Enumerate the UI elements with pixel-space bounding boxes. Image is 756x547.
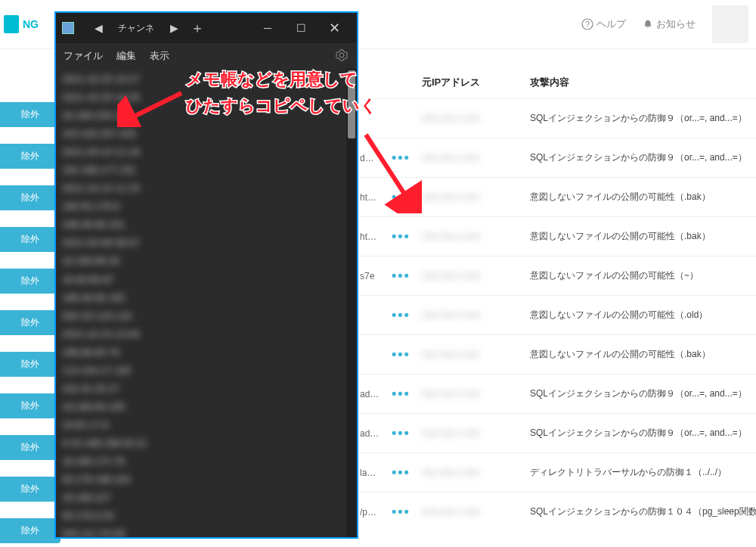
exclude-button[interactable]: 除外 — [0, 352, 60, 377]
editor-line: 18.62.17.8 — [62, 416, 351, 434]
table-row[interactable]: /p…•••000.000.0.000SQLインジェクションからの防御１０４（p… — [360, 492, 756, 531]
table-row[interactable]: d…•••000.000.0.000SQLインジェクションからの防御９（or..… — [360, 138, 756, 177]
editor-content[interactable]: 2021-10-25 14:272021-10-25 14:2518.168.2… — [56, 69, 357, 537]
attack-cell: SQLインジェクションからの防御９（or...=, and...=） — [530, 387, 756, 400]
ip-cell: 000.000.0.000 — [422, 113, 530, 124]
editor-line: 50.178.186.243 — [62, 471, 351, 489]
editor-line: 2021-03-14 11:18 — [62, 143, 351, 161]
attack-cell: 意図しないファイルの公開の可能性（.bak） — [530, 348, 756, 361]
editor-line: 500-18 170.85 — [62, 525, 351, 537]
ip-cell: 000.000.0.000 — [422, 468, 530, 478]
maximize-button[interactable]: ☐ — [284, 13, 318, 43]
url-cell: ad… — [360, 428, 392, 439]
editor-line: 198.68.85.78 — [62, 343, 351, 362]
titlebar[interactable]: ◀ チャンネ ▶ ＋ ─ ☐ ✕ — [56, 13, 357, 43]
scrollbar[interactable] — [346, 69, 357, 537]
table-row[interactable]: ad…•••000.000.0.000SQLインジェクションからの防御９（or.… — [360, 413, 756, 452]
editor-line: 2021-03-08 09:47 — [62, 234, 351, 252]
ip-cell: 000.000.0.000 — [422, 310, 530, 321]
editor-line: 18.168.172.76 — [62, 452, 351, 471]
tab-next-icon[interactable]: ▶ — [165, 22, 183, 34]
ip-cell: 000.000.0.000 — [422, 271, 530, 281]
row-menu-icon[interactable]: ••• — [392, 386, 422, 402]
ip-cell: 000.000.0.000 — [422, 507, 530, 517]
row-menu-icon[interactable]: ••• — [392, 504, 422, 520]
table-row[interactable]: •••000.000.0.000意図しないファイルの公開の可能性（.old） — [360, 295, 756, 334]
notice-label: お知らせ — [656, 17, 696, 31]
row-menu-icon[interactable]: ••• — [392, 465, 422, 480]
row-menu-icon[interactable]: ••• — [392, 347, 422, 362]
table-row[interactable]: la…•••000.000.0.000ディレクトリトラバーサルからの防御１（..… — [360, 452, 756, 492]
attack-cell: ディレクトリトラバーサルからの防御１（../../） — [530, 466, 756, 479]
svg-text:?: ? — [585, 20, 590, 29]
exclude-button[interactable]: 除外 — [0, 102, 60, 127]
table-row[interactable]: ad…•••000.000.0.000SQLインジェクションからの防御９（or.… — [360, 374, 756, 413]
attack-cell: 意図しないファイルの公開の可能性（.old） — [530, 309, 756, 322]
table-row[interactable]: s7e•••000.000.0.000意図しないファイルの公開の可能性（~） — [360, 256, 756, 295]
logo: NG — [0, 15, 39, 33]
ip-cell: 000.000.0.000 — [422, 350, 530, 360]
scroll-thumb[interactable] — [348, 70, 355, 138]
tab-prev-icon[interactable]: ◀ — [89, 22, 107, 34]
menu-item[interactable]: 表示 — [150, 49, 169, 63]
exclude-button[interactable]: 除外 — [0, 144, 60, 169]
new-tab-button[interactable]: ＋ — [183, 19, 212, 37]
ip-cell: 000.000.0.000 — [422, 232, 530, 242]
table-row[interactable]: ht…•••000.000.0.000意図しないファイルの公開の可能性（.bak… — [360, 216, 756, 256]
url-cell: la… — [360, 468, 392, 478]
url-cell: s7e — [360, 271, 392, 281]
exclude-button[interactable]: 除外 — [0, 310, 60, 335]
editor-line: 18.168.228.10 — [62, 107, 351, 125]
row-menu-icon[interactable]: ••• — [392, 307, 422, 323]
ip-cell: 000.000.0.000 — [422, 153, 530, 163]
editor-line: 2021-10-15 13:44 — [62, 325, 351, 343]
row-menu-icon[interactable]: ••• — [392, 150, 422, 166]
help-icon: ? — [581, 18, 593, 30]
row-menu-icon[interactable]: ••• — [392, 228, 422, 244]
gear-icon[interactable] — [336, 49, 348, 64]
user-menu[interactable] — [712, 5, 748, 43]
row-menu-icon[interactable]: ••• — [392, 189, 422, 205]
row-menu-icon[interactable]: ••• — [392, 268, 422, 284]
table-row[interactable]: ht…•••000.000.0.000意図しないファイルの公開の可能性（.bak… — [360, 177, 756, 216]
exclude-button[interactable]: 除外 — [0, 185, 60, 210]
table-row[interactable]: 000.000.0.000SQLインジェクションからの防御９（or...=, a… — [360, 98, 756, 138]
editor-line: 2021-10-25 14:25 — [62, 89, 351, 107]
editor-line: 192.168.177.231 — [62, 161, 351, 179]
editor-line: 102.42.20.27 — [62, 380, 351, 398]
sidebar-exclude-column: 除外除外除外除外除外除外除外除外除外除外除外 — [0, 102, 60, 543]
help-link[interactable]: ? ヘルプ — [581, 17, 626, 31]
close-button[interactable]: ✕ — [318, 13, 351, 43]
editor-line: 114.154.17.145 — [62, 362, 351, 380]
attack-log-table: 元IPアドレス 攻撃内容 000.000.0.000SQLインジェクションからの… — [360, 76, 756, 547]
table-row[interactable]: •••000.000.0.000意図しないファイルの公開の可能性（.bak） — [360, 334, 756, 374]
editor-line: 50.178.4.53 — [62, 507, 351, 525]
notice-link[interactable]: お知らせ — [643, 17, 696, 31]
col-header-ip: 元IPアドレス — [422, 76, 530, 89]
row-menu-icon[interactable]: ••• — [392, 425, 422, 441]
exclude-button[interactable]: 除外 — [0, 518, 60, 543]
editor-line: 4-20 198.168.04.21 — [62, 434, 351, 452]
attack-cell: 意図しないファイルの公開の可能性（.bak） — [530, 191, 756, 204]
menu-item[interactable]: ファイル — [64, 49, 103, 63]
exclude-button[interactable]: 除外 — [0, 477, 60, 502]
menu-item[interactable]: 編集 — [116, 49, 136, 63]
url-cell: /p… — [360, 507, 392, 517]
attack-cell: 意図しないファイルの公開の可能性（~） — [530, 269, 756, 282]
menubar: ファイル編集表示 — [56, 43, 357, 69]
editor-line: 18.168.84.105 — [62, 398, 351, 416]
tab-title[interactable]: チャンネ — [107, 22, 165, 35]
exclude-button[interactable]: 除外 — [0, 393, 60, 418]
exclude-button[interactable]: 除外 — [0, 227, 60, 252]
editor-line: 180.50.176.8 — [62, 197, 351, 216]
exclude-button[interactable]: 除外 — [0, 269, 60, 294]
editor-line: 103.163.207.203 — [62, 125, 351, 143]
url-cell: d… — [360, 153, 392, 163]
ip-cell: 000.000.0.000 — [422, 428, 530, 439]
minimize-button[interactable]: ─ — [251, 13, 284, 43]
col-header-attack: 攻撃内容 — [530, 76, 756, 89]
exclude-button[interactable]: 除外 — [0, 435, 60, 460]
editor-line: 18.168.227 — [62, 489, 351, 507]
editor-line: 2021-10-25 14:27 — [62, 70, 351, 89]
table-header-row: 元IPアドレス 攻撃内容 — [360, 76, 756, 98]
